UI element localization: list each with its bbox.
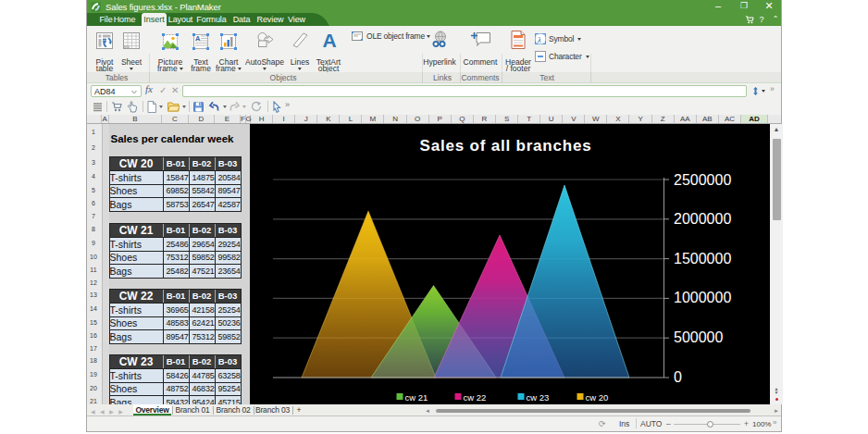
svg-text:0: 0 bbox=[674, 369, 682, 385]
svg-text:cw 23: cw 23 bbox=[527, 392, 550, 403]
svg-text:A: A bbox=[195, 34, 201, 43]
svg-text:cw 22: cw 22 bbox=[464, 392, 487, 403]
svg-text:λ: λ bbox=[537, 35, 541, 44]
svg-text:2000000: 2000000 bbox=[674, 211, 731, 227]
svg-text:2500000: 2500000 bbox=[674, 172, 731, 188]
svg-text:1000000: 1000000 bbox=[674, 290, 731, 305]
svg-text:cw 20: cw 20 bbox=[586, 392, 609, 403]
svg-text:500000: 500000 bbox=[674, 329, 723, 345]
svg-text:1500000: 1500000 bbox=[674, 251, 731, 267]
svg-text:cw 21: cw 21 bbox=[405, 392, 428, 403]
